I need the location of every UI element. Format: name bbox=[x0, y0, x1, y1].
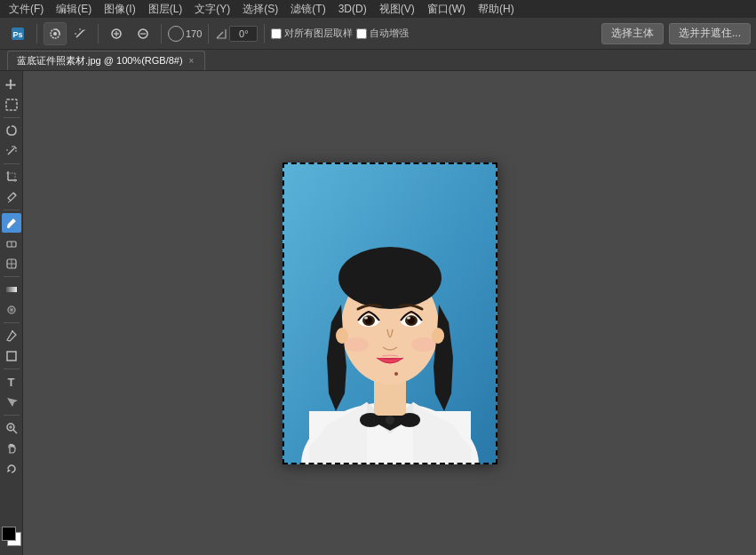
text-tool[interactable]: T bbox=[2, 372, 21, 392]
select-subject-button[interactable]: 选择主体 bbox=[601, 23, 664, 44]
svg-rect-31 bbox=[6, 287, 17, 292]
shape-icon bbox=[5, 350, 18, 362]
sample-all-label: 对所有图层取样 bbox=[284, 27, 353, 40]
move-tool[interactable] bbox=[2, 75, 21, 94]
document-tab[interactable]: 蓝底证件照素材.jpg @ 100%(RGB/8#) × bbox=[7, 51, 205, 70]
photo-canvas bbox=[283, 163, 497, 464]
lasso-tool[interactable] bbox=[2, 121, 21, 140]
foreground-swatch[interactable] bbox=[2, 527, 16, 541]
brush-tool[interactable] bbox=[2, 213, 21, 233]
tool-separator-4 bbox=[4, 276, 20, 277]
toolbar-separator-4 bbox=[208, 24, 209, 44]
swatch-pair[interactable] bbox=[2, 527, 21, 546]
path-select-tool[interactable] bbox=[2, 392, 21, 412]
angle-control: 0° bbox=[215, 26, 258, 42]
menu-layer[interactable]: 图层(L) bbox=[143, 0, 188, 19]
menu-edit[interactable]: 编辑(E) bbox=[51, 0, 97, 19]
eyedropper-icon bbox=[5, 191, 18, 203]
hand-icon bbox=[5, 442, 18, 455]
tab-close-button[interactable]: × bbox=[187, 56, 196, 66]
crop-tool[interactable] bbox=[2, 167, 21, 186]
toolbar-right-buttons: 选择主体 选并并遮住... bbox=[601, 23, 751, 44]
patch-tool[interactable] bbox=[2, 254, 21, 274]
brush-add-btn[interactable] bbox=[131, 22, 155, 45]
shape-tool[interactable] bbox=[2, 346, 21, 366]
home-icon: Ps bbox=[10, 26, 26, 42]
svg-rect-36 bbox=[7, 352, 16, 361]
size-control: 170 bbox=[168, 26, 202, 42]
menu-filter[interactable]: 滤镜(T) bbox=[285, 0, 330, 19]
angle-icon bbox=[215, 28, 227, 40]
blur-tool[interactable] bbox=[2, 300, 21, 320]
select-icon bbox=[5, 99, 18, 111]
menu-file[interactable]: 文件(F) bbox=[4, 0, 49, 19]
toolbar-separator-1 bbox=[36, 24, 37, 44]
quick-selection-btn[interactable] bbox=[44, 22, 67, 45]
text-tool-label: T bbox=[8, 376, 15, 389]
pen-icon bbox=[5, 329, 18, 342]
magic-wand-btn[interactable] bbox=[68, 22, 92, 45]
canvas-area bbox=[23, 71, 756, 555]
zoom-tool[interactable] bbox=[2, 418, 21, 438]
menu-bar: 文件(F) 编辑(E) 图像(I) 图层(L) 文字(Y) 选择(S) 滤镜(T… bbox=[0, 0, 756, 18]
blur-icon bbox=[5, 304, 18, 316]
pen-tool[interactable] bbox=[2, 326, 21, 345]
toolbar-separator-2 bbox=[98, 24, 99, 44]
svg-line-38 bbox=[13, 430, 17, 433]
menu-image[interactable]: 图像(I) bbox=[99, 0, 140, 19]
toolbar: Ps bbox=[0, 18, 756, 50]
svg-point-3 bbox=[53, 32, 57, 36]
menu-view[interactable]: 视图(V) bbox=[374, 0, 420, 19]
portrait-svg bbox=[283, 163, 497, 464]
eraser-tool[interactable] bbox=[2, 234, 21, 253]
select-and-mask-button[interactable]: 选并并遮住... bbox=[669, 23, 751, 44]
size-value: 170 bbox=[186, 28, 202, 39]
tab-filename: 蓝底证件照素材.jpg @ 100%(RGB/8#) bbox=[17, 54, 183, 67]
auto-enhance-label: 自动增强 bbox=[370, 27, 409, 40]
auto-enhance-checkbox[interactable]: 自动增强 bbox=[356, 27, 409, 40]
brush-add-icon bbox=[136, 27, 150, 41]
select-tool[interactable] bbox=[2, 95, 21, 115]
angle-input[interactable]: 0° bbox=[229, 26, 258, 42]
menu-window[interactable]: 窗口(W) bbox=[422, 0, 471, 19]
svg-point-34 bbox=[11, 309, 12, 311]
tool-separator-2 bbox=[4, 163, 20, 164]
menu-select[interactable]: 选择(S) bbox=[237, 0, 283, 19]
main-layout: T bbox=[0, 71, 756, 555]
svg-point-63 bbox=[394, 372, 398, 376]
svg-point-64 bbox=[344, 337, 369, 352]
menu-3d[interactable]: 3D(D) bbox=[333, 1, 372, 17]
tab-bar: 蓝底证件照素材.jpg @ 100%(RGB/8#) × bbox=[0, 50, 756, 71]
brush-new-icon bbox=[109, 27, 123, 41]
menu-type[interactable]: 文字(Y) bbox=[189, 0, 235, 19]
home-button[interactable]: Ps bbox=[5, 21, 30, 46]
path-select-icon bbox=[5, 396, 18, 408]
svg-point-35 bbox=[12, 330, 13, 332]
svg-point-60 bbox=[407, 316, 410, 319]
svg-point-24 bbox=[13, 194, 15, 195]
brush-options bbox=[44, 22, 92, 45]
lasso-icon bbox=[5, 124, 18, 137]
tool-separator-6 bbox=[4, 369, 20, 369]
color-swatches bbox=[2, 527, 21, 551]
brush-tool-icon bbox=[5, 217, 18, 229]
svg-line-23 bbox=[8, 201, 11, 202]
hand-tool[interactable] bbox=[2, 439, 21, 458]
rotate-view-tool[interactable] bbox=[2, 459, 21, 479]
gradient-icon bbox=[5, 283, 18, 296]
magic-wand-icon bbox=[73, 27, 87, 41]
zoom-icon bbox=[5, 422, 18, 434]
svg-point-65 bbox=[411, 337, 436, 352]
tool-separator-1 bbox=[4, 117, 20, 118]
tool-separator-5 bbox=[4, 322, 20, 323]
eyedropper-tool[interactable] bbox=[2, 187, 21, 207]
wand-icon bbox=[5, 145, 18, 157]
svg-point-49 bbox=[386, 416, 394, 424]
svg-line-14 bbox=[8, 148, 14, 155]
menu-help[interactable]: 帮助(H) bbox=[473, 0, 520, 19]
gradient-tool[interactable] bbox=[2, 280, 21, 299]
magic-wand-tool[interactable] bbox=[2, 141, 21, 161]
brush-new-btn[interactable] bbox=[105, 22, 128, 45]
sample-all-layers-checkbox[interactable]: 对所有图层取样 bbox=[271, 27, 353, 40]
svg-marker-41 bbox=[7, 469, 11, 472]
